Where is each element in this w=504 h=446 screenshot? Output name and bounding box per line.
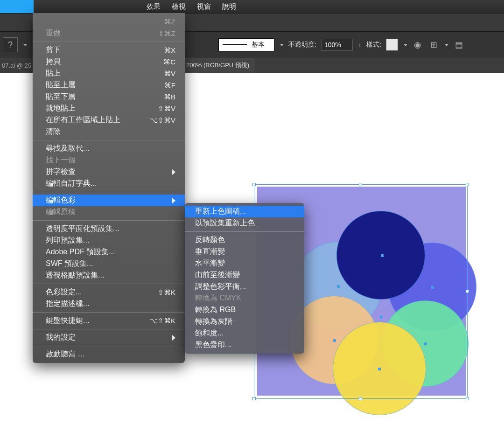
submenu-item-hblend[interactable]: 水平漸變 [185,258,304,269]
menu-item-pdf-preset[interactable]: Adobe PDF 預設集... [33,246,185,258]
separator [185,231,304,232]
submenu-item-fbblend[interactable]: 由前至後漸變 [185,269,304,281]
submenu-arrow-icon [172,169,175,175]
chevron-right-icon: › [357,41,362,49]
separator [33,329,185,329]
menu-item-my-settings[interactable]: 我的設定 [33,332,185,343]
submenu-item-gray[interactable]: 轉換為灰階 [185,316,304,328]
menu-item-paste-back[interactable]: 貼至下層⌘B [33,91,185,103]
selection-handle[interactable] [252,183,256,186]
menu-item-color-settings[interactable]: 色彩設定...⇧⌘K [33,286,185,298]
submenu-item-rgb[interactable]: 轉換為 RGB [185,304,304,316]
document-info: 200% (RGB/GPU 預視) [181,58,255,73]
selection-handle[interactable] [466,183,469,186]
submenu-arrow-icon [172,335,175,341]
arrange-icon[interactable]: ▤ [453,39,464,50]
chevron-down-icon[interactable] [280,44,284,46]
menu-window[interactable]: 視窗 [191,0,217,13]
menu-item-cut[interactable]: 剪下⌘X [33,44,185,56]
align-icon[interactable]: ⊞ [428,39,439,50]
menu-item-custom-dictionary[interactable]: 編輯自訂字典... [33,178,185,189]
stroke-style-dropdown[interactable]: 基本 [218,38,274,51]
help-icon[interactable]: ? [3,37,18,52]
stroke-label: 基本 [252,41,265,49]
separator [33,284,185,284]
opacity-label: 不透明度: [288,41,316,49]
document-tab[interactable]: 07.ai @ 25 [1,62,31,69]
menu-item-paste-front[interactable]: 貼至上層⌘F [33,79,185,91]
menu-item-flatten-preset[interactable]: 透明度平面化預設集... [33,223,185,235]
submenu-item-recolor[interactable]: 重新上色圖稿... [185,206,304,217]
submenu-item-overprint[interactable]: 黑色疊印... [185,339,304,351]
menu-item-edit-original: 編輯原稿 [33,206,185,218]
separator [33,220,185,221]
menu-effects[interactable]: 效果 [141,0,166,13]
chevron-down-icon[interactable] [23,44,27,46]
menu-item-paste-place[interactable]: 就地貼上⇧⌘V [33,103,185,114]
separator [33,140,185,140]
opacity-input[interactable]: 100% [321,39,353,51]
menu-item-copy[interactable]: 拷貝⌘C [33,56,185,68]
menu-item-undo[interactable]: ⌘Z [33,16,185,28]
menu-help[interactable]: 說明 [217,0,242,13]
separator [33,42,185,42]
submenu-item-saturation[interactable]: 飽和度... [185,328,304,339]
top-menu-bar: 效果 檢視 視窗 說明 [0,0,504,13]
separator [33,346,185,346]
recolor-icon[interactable]: ◉ [412,39,423,50]
edit-colors-submenu: 重新上色圖稿... 以預設集重新上色 反轉顏色 垂直漸變 水平漸變 由前至後漸變… [185,203,304,354]
menu-item-dictation[interactable]: 啟動聽寫 … [33,348,185,360]
menu-item-spellcheck[interactable]: 拼字檢查 [33,166,185,178]
menu-item-assign-profile[interactable]: 指定描述檔... [33,298,185,310]
selection-handle[interactable] [466,397,469,400]
selection-handle[interactable] [252,397,256,400]
chevron-down-icon[interactable] [445,44,448,46]
separator [33,312,185,313]
menu-item-find[interactable]: 尋找及取代... [33,143,185,154]
chevron-down-icon[interactable] [404,44,407,46]
menu-edit[interactable] [0,0,34,13]
selection-handle[interactable] [466,290,469,293]
submenu-arrow-icon [172,198,175,203]
menu-item-clear[interactable]: 清除 [33,126,185,138]
menu-item-redo: 重做⇧⌘Z [33,28,185,39]
menu-item-perspective-preset[interactable]: 透視格點預設集... [33,270,185,281]
menu-view[interactable]: 檢視 [166,0,191,13]
menu-item-print-preset[interactable]: 列印預設集... [33,235,185,246]
submenu-item-balance[interactable]: 調整色彩平衡... [185,281,304,293]
submenu-item-vblend[interactable]: 垂直漸變 [185,246,304,258]
submenu-item-cmyk: 轉換為 CMYK [185,293,304,304]
menu-item-paste[interactable]: 貼上⌘V [33,68,185,79]
menu-item-keyboard-shortcuts[interactable]: 鍵盤快捷鍵...⌥⇧⌘K [33,315,185,327]
edit-menu-dropdown: ⌘Z 重做⇧⌘Z 剪下⌘X 拷貝⌘C 貼上⌘V 貼至上層⌘F 貼至下層⌘B 就地… [33,13,185,363]
submenu-item-recolor-preset[interactable]: 以預設集重新上色 [185,217,304,229]
submenu-item-invert[interactable]: 反轉顏色 [185,234,304,246]
separator [33,192,185,192]
style-label: 樣式: [366,41,381,49]
selection-handle[interactable] [359,183,362,186]
menu-item-swf-preset[interactable]: SWF 預設集... [33,258,185,270]
selection-handle[interactable] [359,397,362,400]
menu-item-paste-all[interactable]: 在所有工作區域上貼上⌥⇧⌘V [33,114,185,126]
menu-item-edit-colors[interactable]: 編輯色彩 [33,195,185,206]
style-swatch[interactable] [386,39,398,51]
menu-item-find-next: 找下一個 [33,154,185,166]
